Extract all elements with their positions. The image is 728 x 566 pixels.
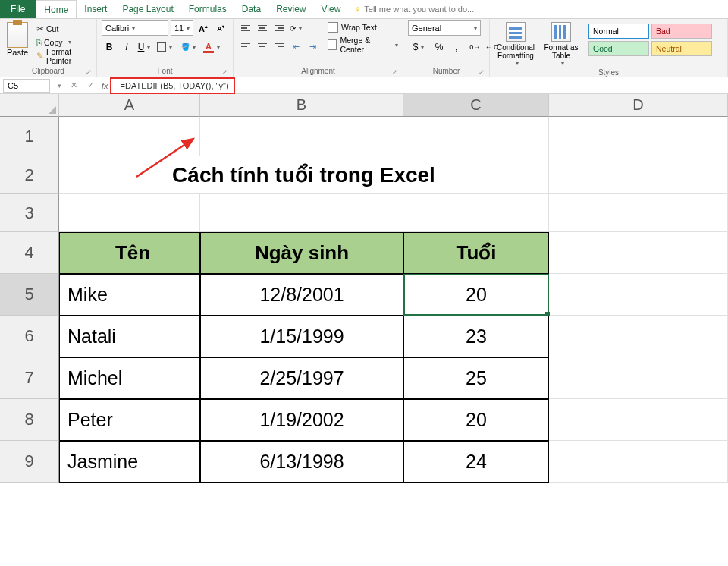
cut-button[interactable]: ✂Cut: [33, 22, 92, 35]
clipboard-dialog-icon[interactable]: ⤢: [86, 68, 92, 76]
font-color-button[interactable]: A▾: [201, 39, 222, 55]
borders-button[interactable]: ▾: [154, 39, 175, 55]
increase-decimal-button[interactable]: .0→: [466, 39, 482, 55]
cell-A3[interactable]: [59, 194, 200, 232]
formula-input[interactable]: =DATEDIF(B5, TODAY(), "y"): [116, 79, 229, 93]
cell-C7[interactable]: 25: [403, 357, 549, 399]
row-header-2[interactable]: 2: [0, 156, 59, 194]
tab-formulas[interactable]: Formulas: [181, 0, 234, 18]
format-as-table-button[interactable]: Format as Table▾: [540, 22, 582, 67]
align-left-button[interactable]: [238, 39, 253, 54]
style-neutral[interactable]: Neutral: [651, 41, 712, 56]
cell-C8[interactable]: 20: [403, 399, 549, 441]
cell-D3[interactable]: [549, 194, 728, 232]
row-header-1[interactable]: 1: [0, 117, 59, 156]
align-right-button[interactable]: [271, 39, 287, 54]
fill-color-button[interactable]: 🪣▾: [177, 39, 199, 55]
bold-button[interactable]: B: [102, 39, 117, 55]
row-header-7[interactable]: 7: [0, 357, 59, 399]
cell-B7[interactable]: 2/25/1997: [200, 357, 403, 399]
align-top-button[interactable]: [238, 20, 253, 36]
cell-D7[interactable]: [549, 357, 728, 399]
cell-D6[interactable]: [549, 316, 728, 357]
name-box-dropdown[interactable]: ▾: [53, 82, 65, 90]
col-header-C[interactable]: C: [403, 94, 549, 117]
cell-A4[interactable]: Tên: [59, 232, 200, 274]
cell-C9[interactable]: 24: [403, 441, 549, 483]
comma-button[interactable]: ,: [449, 39, 464, 55]
cell-D2[interactable]: [549, 156, 728, 194]
row-header-6[interactable]: 6: [0, 316, 59, 357]
cell-B3[interactable]: [200, 194, 403, 232]
tab-review[interactable]: Review: [268, 0, 313, 18]
cell-A6[interactable]: Natali: [59, 316, 200, 357]
cell-A7[interactable]: Michel: [59, 357, 200, 399]
cell-C4[interactable]: Tuổi: [403, 232, 549, 274]
cell-A5[interactable]: Mike: [59, 274, 200, 316]
cell-B9[interactable]: 6/13/1998: [200, 441, 403, 483]
align-bottom-button[interactable]: [271, 20, 287, 36]
merge-center-button[interactable]: Merge & Center▾: [328, 36, 398, 54]
format-painter-button[interactable]: ✎Format Painter: [33, 49, 92, 62]
decrease-font-button[interactable]: A▾: [213, 20, 228, 36]
cell-C3[interactable]: [403, 194, 549, 232]
cell-B8[interactable]: 1/19/2002: [200, 399, 403, 441]
underline-button[interactable]: U▾: [136, 39, 152, 55]
tell-me-search[interactable]: ♀Tell me what you want to do...: [354, 4, 474, 14]
accounting-format-button[interactable]: $▾: [408, 39, 429, 55]
col-header-B[interactable]: B: [200, 94, 403, 117]
italic-button[interactable]: I: [119, 39, 134, 55]
cancel-formula-button[interactable]: ✕: [65, 80, 82, 90]
row-header-4[interactable]: 4: [0, 232, 59, 274]
font-dialog-icon[interactable]: ⤢: [222, 68, 228, 76]
cell-D4[interactable]: [549, 232, 728, 274]
col-header-A[interactable]: A: [59, 94, 200, 117]
cell-D5[interactable]: [549, 274, 728, 316]
row-header-3[interactable]: 3: [0, 194, 59, 232]
wrap-text-button[interactable]: Wrap Text: [328, 22, 398, 33]
cell-C6[interactable]: 23: [403, 316, 549, 357]
paste-button[interactable]: Paste: [5, 20, 30, 57]
increase-font-button[interactable]: A▴: [196, 20, 211, 36]
cell-B4[interactable]: Ngày sinh: [200, 232, 403, 274]
cell-title[interactable]: Cách tính tuổi trong Excel: [59, 156, 549, 194]
cell-B1[interactable]: [200, 117, 403, 156]
orientation-button[interactable]: ⟳▾: [288, 20, 303, 36]
font-name-select[interactable]: Calibri▾: [102, 20, 168, 36]
select-all-corner[interactable]: [0, 94, 59, 117]
style-normal[interactable]: Normal: [588, 24, 649, 39]
align-middle-button[interactable]: [255, 20, 270, 36]
increase-indent-button[interactable]: ⇥: [305, 39, 320, 54]
cell-C5[interactable]: 20: [403, 274, 549, 316]
fx-icon[interactable]: fx: [102, 81, 108, 90]
tab-insert[interactable]: Insert: [77, 0, 115, 18]
number-format-select[interactable]: General▾: [408, 20, 481, 36]
cell-D9[interactable]: [549, 441, 728, 483]
tab-file[interactable]: File: [0, 0, 36, 18]
conditional-formatting-button[interactable]: Conditional Formatting▾: [494, 22, 537, 67]
cell-A1[interactable]: [59, 117, 200, 156]
cell-A9[interactable]: Jasmine: [59, 441, 200, 483]
col-header-D[interactable]: D: [549, 94, 728, 117]
alignment-dialog-icon[interactable]: ⤢: [392, 68, 398, 76]
cell-A8[interactable]: Peter: [59, 399, 200, 441]
number-dialog-icon[interactable]: ⤢: [479, 68, 485, 76]
cell-D1[interactable]: [549, 117, 728, 156]
name-box[interactable]: C5: [3, 79, 50, 93]
cell-D8[interactable]: [549, 399, 728, 441]
cell-B5[interactable]: 12/8/2001: [200, 274, 403, 316]
style-good[interactable]: Good: [588, 41, 649, 56]
tab-view[interactable]: View: [314, 0, 349, 18]
row-header-8[interactable]: 8: [0, 399, 59, 441]
tab-home[interactable]: Home: [36, 0, 77, 18]
enter-formula-button[interactable]: ✓: [82, 80, 99, 90]
row-header-5[interactable]: 5: [0, 274, 59, 316]
tab-page-layout[interactable]: Page Layout: [115, 0, 180, 18]
style-bad[interactable]: Bad: [651, 24, 712, 39]
font-size-select[interactable]: 11▾: [171, 20, 193, 36]
percent-button[interactable]: %: [431, 39, 447, 55]
align-center-button[interactable]: [255, 39, 270, 54]
decrease-indent-button[interactable]: ⇤: [288, 39, 303, 54]
tab-data[interactable]: Data: [234, 0, 268, 18]
row-header-9[interactable]: 9: [0, 441, 59, 483]
